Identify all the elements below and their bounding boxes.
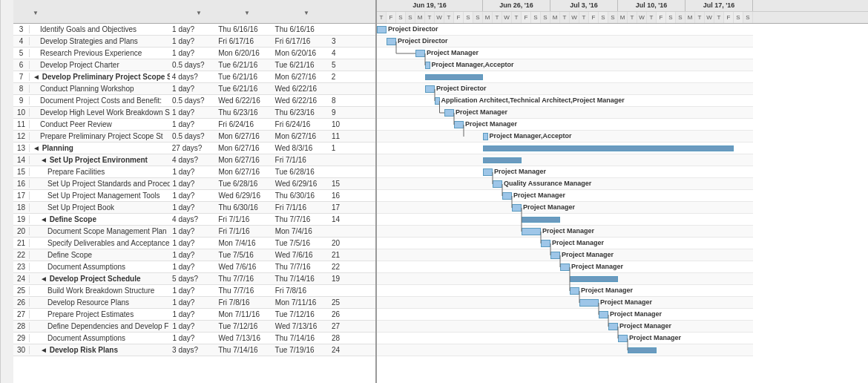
table-row[interactable]: 8 Conduct Planning Workshop 1 day? Tue 6…: [13, 83, 375, 95]
table-row[interactable]: 6 Develop Project Charter 0.5 days? Tue …: [13, 59, 375, 71]
task-name: Conduct Peer Review: [30, 120, 170, 128]
day-header-row: TFSSMTWTFSSMTWTFSSMTWTFSSMTWTFSSMTWTFSS: [377, 12, 868, 23]
task-start: Thu 7/7/16: [216, 275, 272, 283]
task-pred: 3: [329, 37, 375, 45]
start-sort-arrow[interactable]: ▼: [244, 10, 250, 16]
chart-row: Project Manager,Acceptor: [377, 131, 753, 143]
gantt-bar: [570, 287, 579, 295]
table-row[interactable]: 15 Prepare Facilities 1 day? Mon 6/27/16…: [13, 166, 375, 178]
gantt-chart-label: [0, 0, 13, 383]
table-row[interactable]: 17 Set Up Project Management Tools 1 day…: [13, 190, 375, 202]
row-number: 9: [13, 96, 30, 105]
task-finish: Thu 6/16/16: [273, 25, 329, 33]
task-finish: Fri 6/17/16: [273, 37, 329, 45]
day-label: S: [464, 12, 473, 23]
table-row[interactable]: 18 Set Up Project Book 1 day? Thu 6/30/1…: [13, 202, 375, 214]
task-name: Develop High Level Work Breakdown S: [30, 108, 170, 117]
day-label: T: [714, 12, 724, 23]
task-duration: 1 day?: [170, 334, 216, 342]
table-row[interactable]: 9 Document Project Costs and Benefit: 0.…: [13, 95, 375, 107]
table-row[interactable]: 22 Define Scope 1 day? Tue 7/5/16 Wed 7/…: [13, 249, 375, 261]
day-label: W: [637, 12, 647, 23]
bar-label: Application Architect,Technical Architec…: [441, 96, 625, 104]
task-pred: 2: [329, 73, 375, 81]
table-row[interactable]: 25 Build Work Breakdown Structure 1 day?…: [13, 285, 375, 297]
task-duration: 4 days?: [170, 215, 216, 223]
day-label: S: [743, 12, 753, 23]
task-finish: Thu 6/23/16: [273, 108, 329, 117]
day-label: S: [406, 12, 415, 23]
task-finish: Tue 7/5/16: [273, 239, 329, 247]
bar-label: Project Manager: [600, 298, 652, 306]
day-label: T: [377, 12, 387, 23]
bar-label: Project Manager: [552, 239, 604, 246]
chart-row: Project Manager: [377, 321, 753, 333]
day-label: F: [589, 12, 599, 23]
finish-sort-arrow[interactable]: ▼: [303, 10, 309, 16]
task-duration: 1 day?: [170, 168, 216, 176]
task-finish: Thu 7/14/16: [273, 334, 329, 342]
chart-row: Project Manager: [377, 285, 753, 297]
task-name: Develop Strategies and Plans: [30, 37, 170, 45]
week-label: Jul 17, '16: [685, 0, 753, 11]
task-finish: Wed 8/3/16: [272, 144, 329, 152]
day-label: T: [628, 12, 637, 23]
table-row[interactable]: 12 Prepare Preliminary Project Scope St …: [13, 131, 375, 143]
task-name: ◄ Set Up Project Environment: [30, 156, 170, 164]
bar-label: Project Manager: [619, 322, 671, 330]
bar-label: Project Manager: [465, 120, 517, 128]
day-label: W: [435, 12, 444, 23]
row-number: 5: [13, 49, 30, 57]
gantt-bar: [425, 85, 435, 93]
task-finish: Fri 6/24/16: [273, 120, 329, 128]
gantt-bar: [522, 228, 541, 235]
day-label: T: [444, 12, 454, 23]
table-row[interactable]: 4 Develop Strategies and Plans 1 day? Fr…: [13, 36, 375, 48]
table-row[interactable]: 5 Research Previous Experience 1 day? Mo…: [13, 48, 375, 59]
chart-row: Project Manager: [377, 226, 753, 238]
gantt-bar: [483, 168, 493, 176]
task-name: Document Scope Management Plan: [30, 227, 170, 235]
table-row[interactable]: 19 ◄ Define Scope 4 days? Fri 7/1/16 Thu…: [13, 214, 375, 226]
table-row[interactable]: 23 Document Assumptions 1 day? Wed 7/6/1…: [13, 261, 375, 273]
duration-sort-arrow[interactable]: ▼: [196, 10, 202, 16]
table-row[interactable]: 28 Define Dependencies and Develop F 1 d…: [13, 321, 375, 333]
bar-label: Project Director: [388, 25, 438, 33]
week-label: Jul 3, '16: [550, 0, 618, 11]
table-row[interactable]: 7 ◄ Develop Preliminary Project Scope St…: [13, 71, 375, 83]
table-row[interactable]: 3 Identify Goals and Objectives 1 day? T…: [13, 24, 375, 36]
table-row[interactable]: 21 Specify Deliverables and Acceptance 1…: [13, 238, 375, 249]
gantt-bar: [618, 335, 628, 342]
table-row[interactable]: 16 Set Up Project Standards and Proced 1…: [13, 178, 375, 190]
day-label: S: [541, 12, 550, 23]
chart-row: [377, 154, 753, 166]
task-start: Tue 7/5/16: [216, 251, 272, 259]
task-sort-arrow[interactable]: ▼: [33, 10, 39, 16]
task-pred: 5: [329, 61, 375, 69]
task-start: Wed 7/6/16: [216, 263, 272, 271]
task-pred: 25: [329, 298, 375, 307]
chart-row: Project Manager: [377, 309, 753, 321]
table-row[interactable]: 20 Document Scope Management Plan 1 day?…: [13, 226, 375, 238]
bar-label: Quality Assurance Manager: [504, 180, 591, 187]
table-row[interactable]: 14 ◄ Set Up Project Environment 4 days? …: [13, 154, 375, 166]
task-start: Thu 7/7/16: [216, 287, 272, 295]
table-row[interactable]: 13 ◄ Planning 27 days? Mon 6/27/16 Wed 8…: [13, 143, 375, 154]
table-row[interactable]: 24 ◄ Develop Project Schedule 5 days? Th…: [13, 273, 375, 285]
table-body: 3 Identify Goals and Objectives 1 day? T…: [13, 24, 375, 356]
task-start: Wed 7/13/16: [216, 334, 272, 342]
gantt-bar: [454, 121, 464, 128]
day-label: T: [579, 12, 589, 23]
chart-row: Project Director: [377, 83, 753, 95]
table-row[interactable]: 10 Develop High Level Work Breakdown S 1…: [13, 107, 375, 119]
table-row[interactable]: 11 Conduct Peer Review 1 day? Fri 6/24/1…: [13, 119, 375, 131]
day-label: F: [454, 12, 464, 23]
table-row[interactable]: 27 Prepare Project Estimates 1 day? Mon …: [13, 309, 375, 321]
table-row[interactable]: 29 Document Assumptions 1 day? Wed 7/13/…: [13, 333, 375, 344]
table-row[interactable]: 26 Develop Resource Plans 1 day? Fri 7/8…: [13, 297, 375, 309]
task-start: Tue 6/21/16: [216, 73, 272, 81]
task-start: Thu 6/16/16: [216, 25, 272, 33]
table-row[interactable]: 30 ◄ Develop Risk Plans 3 days? Thu 7/14…: [13, 344, 375, 356]
bar-label: Project Manager: [610, 310, 662, 318]
gantt-bar: [425, 62, 430, 69]
